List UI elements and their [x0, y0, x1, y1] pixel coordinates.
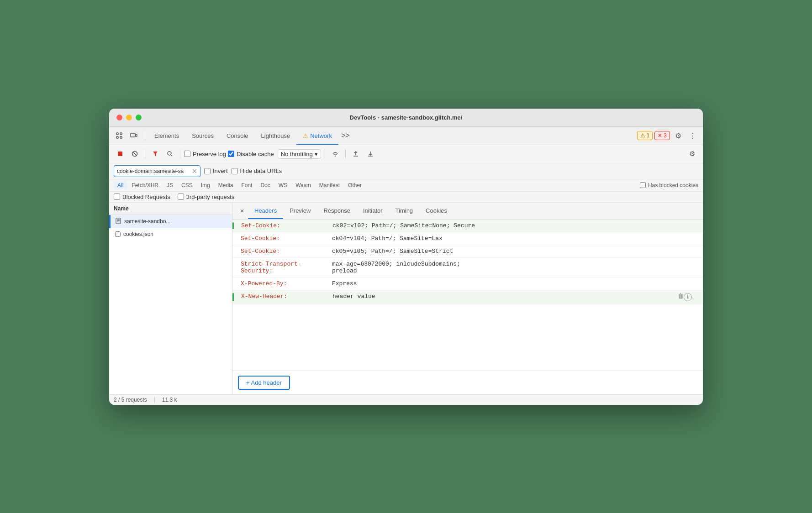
- preserve-log-checkbox[interactable]: Preserve log: [184, 151, 226, 157]
- upload-button[interactable]: [349, 147, 362, 160]
- header-row-set-cookie-3: Set-Cookie: ck05=vl05; Path=/; SameSite=…: [232, 245, 703, 258]
- stop-recording-button[interactable]: [114, 147, 127, 160]
- main-tabbar: Elements Sources Console Lighthouse ⚠ Ne…: [109, 127, 703, 145]
- type-manifest-button[interactable]: Manifest: [316, 181, 343, 189]
- type-css-button[interactable]: CSS: [178, 181, 196, 189]
- type-all-button[interactable]: All: [114, 181, 127, 189]
- type-js-button[interactable]: JS: [163, 181, 177, 189]
- filter-clear-button[interactable]: ✕: [192, 168, 197, 175]
- svg-line-8: [133, 152, 137, 156]
- file-list: samesite-sandbo... cookies.json: [109, 215, 232, 394]
- type-doc-button[interactable]: Doc: [257, 181, 274, 189]
- close-button[interactable]: [116, 115, 122, 120]
- minimize-button[interactable]: [126, 115, 132, 120]
- tab-sources[interactable]: Sources: [185, 126, 220, 145]
- file-list-panel: Name samesite-sandbo... cookies.json: [109, 203, 232, 394]
- file-cookies-checkbox[interactable]: [115, 231, 121, 237]
- download-button[interactable]: [364, 147, 377, 160]
- type-ws-button[interactable]: WS: [275, 181, 291, 189]
- headers-content: Set-Cookie: ck02=vl02; Path=/; SameSite=…: [232, 220, 703, 371]
- err-badge[interactable]: ✕ 3: [654, 131, 670, 140]
- svg-rect-3: [120, 136, 122, 138]
- throttle-select[interactable]: No throttling ▾: [278, 149, 321, 159]
- file-item-samesite[interactable]: samesite-sandbo...: [109, 215, 232, 228]
- tab-detail-initiator[interactable]: Initiator: [357, 203, 389, 219]
- warn-badge[interactable]: ⚠ 1: [637, 131, 653, 140]
- tab-detail-timing[interactable]: Timing: [389, 203, 420, 219]
- network-settings-button[interactable]: ⚙: [685, 147, 698, 160]
- third-party-checkbox[interactable]: 3rd-party requests: [178, 194, 235, 200]
- type-fetch-xhr-button[interactable]: Fetch/XHR: [128, 181, 162, 189]
- filter-input[interactable]: [117, 168, 190, 174]
- tab-detail-response[interactable]: Response: [317, 203, 357, 219]
- file-doc-icon: [115, 218, 121, 225]
- tab-more-button[interactable]: >>: [338, 131, 353, 140]
- svg-rect-1: [116, 136, 118, 138]
- disable-cache-checkbox[interactable]: Disable cache: [228, 151, 274, 157]
- network-toolbar: Preserve log Disable cache No throttling…: [109, 145, 703, 163]
- green-bar-1: [232, 222, 234, 229]
- status-sep: [154, 397, 155, 403]
- detail-close-button[interactable]: ×: [236, 203, 248, 219]
- file-item-cookies[interactable]: cookies.json: [109, 228, 232, 240]
- toolbar-sep-1: [145, 149, 145, 158]
- svg-rect-0: [116, 133, 118, 135]
- green-bar-2: [232, 293, 234, 301]
- filter-input-box[interactable]: ✕: [114, 165, 200, 177]
- toolbar-sep-4: [345, 149, 346, 158]
- network-warn-icon: ⚠: [303, 132, 308, 139]
- add-header-area: + Add header: [232, 371, 703, 394]
- filter-bar: ✕ Invert Hide data URLs: [109, 163, 703, 179]
- search-button[interactable]: [163, 147, 176, 160]
- type-wasm-button[interactable]: Wasm: [292, 181, 315, 189]
- device-icon[interactable]: [127, 129, 140, 142]
- err-icon: ✕: [658, 132, 662, 139]
- tab-detail-cookies[interactable]: Cookies: [419, 203, 453, 219]
- tab-console[interactable]: Console: [220, 126, 255, 145]
- invert-checkbox[interactable]: Invert: [204, 168, 228, 174]
- filter-icon-btn[interactable]: [149, 147, 162, 160]
- svg-rect-2: [120, 133, 122, 135]
- tab-right-actions: ⚠ 1 ✕ 3 ⚙ ⋮: [637, 129, 699, 142]
- header-row-x-new-header: X-New-Header: header value 🗑 ℹ: [232, 290, 703, 304]
- detail-panel: × Headers Preview Response Initiator Tim…: [232, 203, 703, 394]
- cursor-icon[interactable]: [113, 129, 126, 142]
- svg-rect-4: [131, 133, 135, 137]
- type-filter-bar: All Fetch/XHR JS CSS Img Media Font Doc …: [109, 179, 703, 192]
- clear-button[interactable]: [128, 147, 141, 160]
- detail-tabs: × Headers Preview Response Initiator Tim…: [232, 203, 703, 220]
- type-other-button[interactable]: Other: [344, 181, 365, 189]
- trash-icon[interactable]: 🗑: [678, 293, 684, 300]
- tab-network[interactable]: ⚠ Network: [296, 126, 338, 145]
- info-icon[interactable]: ℹ: [684, 293, 692, 301]
- warn-icon: ⚠: [640, 132, 645, 139]
- add-header-button[interactable]: + Add header: [238, 376, 290, 390]
- tab-detail-headers[interactable]: Headers: [248, 203, 283, 219]
- main-content: Name samesite-sandbo... cookies.json ×: [109, 203, 703, 394]
- chevron-down-icon: ▾: [315, 151, 318, 157]
- status-bar: 2 / 5 requests 11.3 k: [109, 394, 703, 405]
- tab-detail-preview[interactable]: Preview: [283, 203, 317, 219]
- type-media-button[interactable]: Media: [215, 181, 237, 189]
- header-row-x-powered-by: X-Powered-By: Express: [232, 277, 703, 290]
- filter-row-2: Blocked Requests 3rd-party requests: [109, 192, 703, 203]
- svg-rect-6: [118, 152, 122, 156]
- more-vert-button[interactable]: ⋮: [686, 129, 699, 142]
- tab-elements[interactable]: Elements: [148, 126, 185, 145]
- settings-button[interactable]: ⚙: [672, 129, 685, 142]
- tab-lighthouse[interactable]: Lighthouse: [255, 126, 297, 145]
- name-column-header: Name: [109, 203, 232, 215]
- wifi-icon-btn[interactable]: [329, 147, 342, 160]
- header-row-set-cookie-1: Set-Cookie: ck02=vl02; Path=/; SameSite=…: [232, 220, 703, 232]
- toolbar-sep-2: [180, 149, 180, 158]
- svg-line-11: [171, 155, 172, 156]
- transfer-size: 11.3 k: [162, 397, 177, 403]
- has-blocked-cookies-checkbox[interactable]: Has blocked cookies: [640, 182, 698, 188]
- svg-point-10: [168, 152, 171, 155]
- blocked-requests-checkbox[interactable]: Blocked Requests: [114, 194, 170, 200]
- hide-data-urls-checkbox[interactable]: Hide data URLs: [232, 168, 282, 174]
- svg-rect-5: [136, 134, 137, 136]
- maximize-button[interactable]: [136, 115, 142, 120]
- type-img-button[interactable]: Img: [197, 181, 214, 189]
- type-font-button[interactable]: Font: [237, 181, 256, 189]
